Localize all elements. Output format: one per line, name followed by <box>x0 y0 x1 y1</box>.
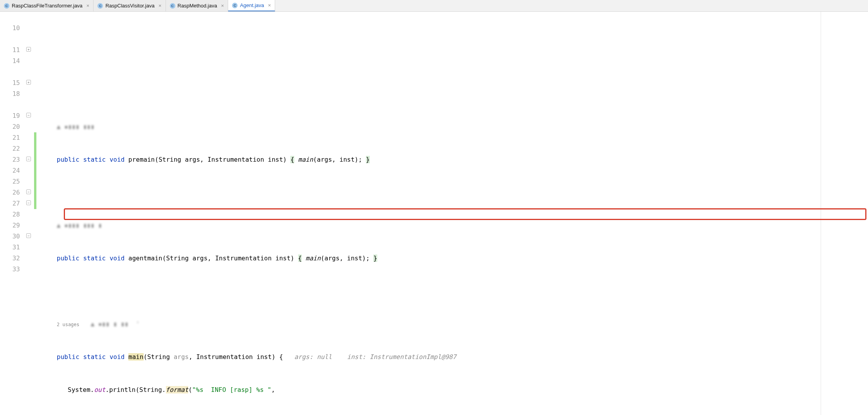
fold-expand-icon[interactable]: − <box>26 113 31 117</box>
code-editor[interactable]: 10 11 14 15 18 19 20 21 22 23 24 25 26 2… <box>0 12 868 415</box>
tab-label: RaspMethod.java <box>178 3 217 9</box>
line-11: public static void premain(String args, … <box>36 154 868 165</box>
close-icon[interactable]: × <box>158 3 162 9</box>
tab-label: RaspClassVisitor.java <box>105 3 154 9</box>
class-icon: C <box>170 3 175 9</box>
line-15: public static void agentmain(String args… <box>36 253 868 264</box>
tab-agent[interactable]: C Agent.java × <box>228 0 275 11</box>
line-14 <box>36 187 868 198</box>
class-icon: C <box>232 3 238 8</box>
class-icon: C <box>4 3 9 9</box>
fold-collapse-icon[interactable]: − <box>26 189 31 194</box>
fold-expand-icon[interactable]: − <box>26 157 31 161</box>
tab-rasp-class-visitor[interactable]: C RaspClassVisitor.java × <box>94 0 166 11</box>
usages-hint[interactable]: 2 usages ▲ ▪▮▮ ▮ ▮▮ ' <box>36 319 868 330</box>
fold-column: + + − − − − − <box>25 12 34 415</box>
author-hint: ▲ ▪▮▮▮ ▮▮▮ ▮ <box>36 220 868 231</box>
line-18 <box>36 286 868 297</box>
fold-collapse-icon[interactable]: − <box>26 233 31 238</box>
fold-collapse-icon[interactable]: + <box>26 47 31 52</box>
highlight-box <box>64 208 866 220</box>
fold-collapse-icon[interactable]: + <box>26 80 31 85</box>
close-icon[interactable]: × <box>268 2 271 8</box>
line-19: public static void main(String args, Ins… <box>36 352 868 363</box>
editor-tab-bar: C RaspClassFileTransformer.java × C Rasp… <box>0 0 868 12</box>
class-icon: C <box>97 3 103 9</box>
line-20: System.out.println(String.format("%s INF… <box>36 384 868 395</box>
code-area[interactable]: ▲ ▪▮▮▮ ▮▮▮ public static void premain(St… <box>36 12 868 415</box>
close-icon[interactable]: × <box>86 3 90 9</box>
line-number-gutter: 10 11 14 15 18 19 20 21 22 23 24 25 26 2… <box>0 12 25 415</box>
line-10 <box>36 88 868 99</box>
fold-collapse-icon[interactable]: − <box>26 200 31 205</box>
tab-rasp-class-file-transformer[interactable]: C RaspClassFileTransformer.java × <box>0 0 94 11</box>
author-hint: ▲ ▪▮▮▮ ▮▮▮ <box>36 121 868 132</box>
tab-rasp-method[interactable]: C RaspMethod.java × <box>166 0 229 11</box>
tab-label: RaspClassFileTransformer.java <box>12 3 83 9</box>
close-icon[interactable]: × <box>221 3 224 9</box>
tab-label: Agent.java <box>240 2 264 8</box>
